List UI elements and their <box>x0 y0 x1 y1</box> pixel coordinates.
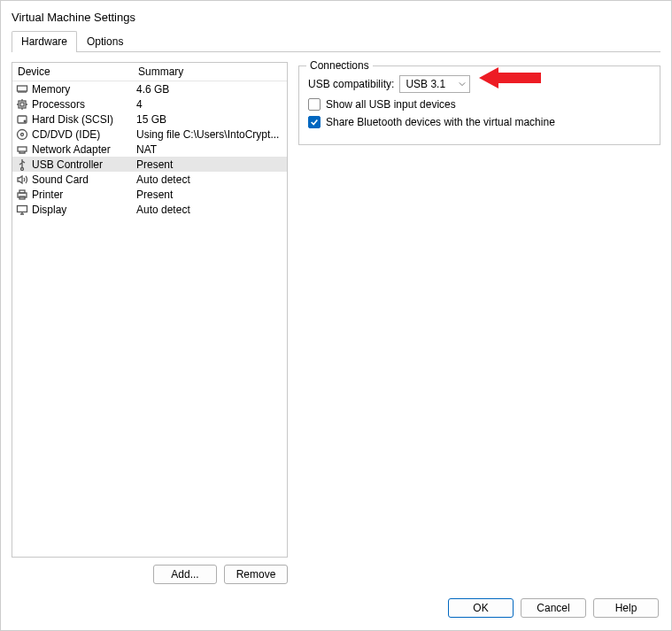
device-row[interactable]: Sound CardAuto detect <box>12 172 287 187</box>
settings-dialog: Virtual Machine Settings HardwareOptions… <box>0 0 672 631</box>
help-button[interactable]: Help <box>593 598 659 618</box>
show-all-row: Show all USB input devices <box>308 98 651 111</box>
summary-cell: 4.6 GB <box>133 83 287 96</box>
sound-icon <box>16 173 28 186</box>
device-rows: Memory4.6 GBProcessors4Hard Disk (SCSI)1… <box>12 81 287 217</box>
svg-rect-0 <box>18 86 27 91</box>
usb-compat-select[interactable]: USB 3.1 <box>399 75 470 93</box>
device-cell: CD/DVD (IDE) <box>12 128 133 141</box>
tab-strip: HardwareOptions <box>1 31 671 52</box>
device-cell: Processors <box>12 98 133 111</box>
cancel-button[interactable]: Cancel <box>521 598 586 618</box>
ok-button[interactable]: OK <box>448 598 514 618</box>
remove-button-label: Remove <box>236 568 276 581</box>
device-row[interactable]: USB ControllerPresent <box>12 157 287 172</box>
summary-cell: 4 <box>133 98 287 111</box>
share-bt-checkbox[interactable] <box>308 116 321 128</box>
device-cell: Memory <box>12 83 133 96</box>
show-all-label: Show all USB input devices <box>326 98 456 111</box>
svg-point-4 <box>24 120 26 122</box>
device-row[interactable]: DisplayAuto detect <box>12 202 287 217</box>
summary-cell: 15 GB <box>133 113 287 126</box>
show-all-checkbox[interactable] <box>308 98 321 111</box>
column-summary[interactable]: Summary <box>133 63 287 81</box>
device-row[interactable]: Processors4 <box>12 96 287 112</box>
disk-icon <box>16 113 28 126</box>
close-button[interactable] <box>645 8 662 26</box>
device-row[interactable]: Memory4.6 GB <box>12 81 287 96</box>
svg-rect-1 <box>19 101 26 108</box>
chevron-down-icon <box>459 78 466 90</box>
remove-button[interactable]: Remove <box>224 565 288 584</box>
svg-point-8 <box>21 167 24 170</box>
device-row[interactable]: Network AdapterNAT <box>12 142 287 157</box>
summary-cell: Present <box>133 189 287 201</box>
summary-cell: NAT <box>133 143 287 156</box>
share-bt-label: Share Bluetooth devices with the virtual… <box>326 116 555 128</box>
svg-rect-12 <box>18 205 27 212</box>
summary-cell: Auto detect <box>133 173 287 186</box>
summary-cell: Present <box>133 158 287 171</box>
device-cell: Hard Disk (SCSI) <box>12 113 133 126</box>
cpu-icon <box>16 98 28 111</box>
printer-icon <box>16 189 28 201</box>
help-label: Help <box>615 602 637 614</box>
device-cell: Network Adapter <box>12 143 133 156</box>
svg-point-6 <box>21 133 24 135</box>
device-row[interactable]: PrinterPresent <box>12 187 287 202</box>
usb-compat-value: USB 3.1 <box>406 78 445 90</box>
device-buttons: Add... Remove <box>12 565 288 584</box>
titlebar: Virtual Machine Settings <box>1 1 671 31</box>
tab-hardware[interactable]: Hardware <box>12 31 77 52</box>
device-label: Printer <box>32 189 63 201</box>
dialog-footer: OK Cancel Help <box>1 589 671 630</box>
device-label: Processors <box>32 98 85 111</box>
tab-options[interactable]: Options <box>77 31 133 52</box>
cd-icon <box>16 128 28 141</box>
device-label: CD/DVD (IDE) <box>32 128 100 141</box>
device-label: Memory <box>32 83 70 96</box>
usb-icon <box>16 158 28 171</box>
summary-cell: Using file C:\Users\IntoCrypt... <box>133 128 287 141</box>
device-row[interactable]: CD/DVD (IDE)Using file C:\Users\IntoCryp… <box>12 127 287 142</box>
device-cell: Printer <box>12 189 133 201</box>
tab-underline <box>12 51 660 52</box>
device-list[interactable]: Device Summary Memory4.6 GBProcessors4Ha… <box>12 62 288 558</box>
annotation-arrow <box>479 65 543 91</box>
display-icon <box>16 204 28 216</box>
dialog-body: Device Summary Memory4.6 GBProcessors4Ha… <box>1 53 671 589</box>
memory-icon <box>16 83 28 96</box>
svg-point-5 <box>18 129 27 139</box>
svg-rect-7 <box>18 147 27 151</box>
share-bt-row: Share Bluetooth devices with the virtual… <box>308 116 651 128</box>
connections-legend: Connections <box>306 59 373 72</box>
column-device[interactable]: Device <box>12 63 133 81</box>
svg-marker-13 <box>479 67 541 88</box>
device-row[interactable]: Hard Disk (SCSI)15 GB <box>12 112 287 127</box>
detail-panel: Connections USB compatibility: USB 3.1 S… <box>298 62 660 584</box>
device-list-header: Device Summary <box>12 63 287 81</box>
summary-cell: Auto detect <box>133 204 287 216</box>
network-icon <box>16 143 28 156</box>
device-label: Sound Card <box>32 173 89 186</box>
cancel-label: Cancel <box>537 602 569 614</box>
add-button[interactable]: Add... <box>153 565 217 584</box>
ok-label: OK <box>473 602 488 614</box>
device-label: Display <box>32 204 66 216</box>
device-cell: USB Controller <box>12 158 133 171</box>
hardware-panel: Device Summary Memory4.6 GBProcessors4Ha… <box>12 62 288 584</box>
svg-rect-10 <box>19 190 25 193</box>
usb-compat-label: USB compatibility: <box>308 78 394 90</box>
svg-rect-2 <box>20 103 24 106</box>
device-label: Network Adapter <box>32 143 111 156</box>
device-label: USB Controller <box>32 158 103 171</box>
device-cell: Display <box>12 204 133 216</box>
device-cell: Sound Card <box>12 173 133 186</box>
window-title: Virtual Machine Settings <box>12 11 135 24</box>
device-label: Hard Disk (SCSI) <box>32 113 113 126</box>
add-button-label: Add... <box>171 568 198 581</box>
